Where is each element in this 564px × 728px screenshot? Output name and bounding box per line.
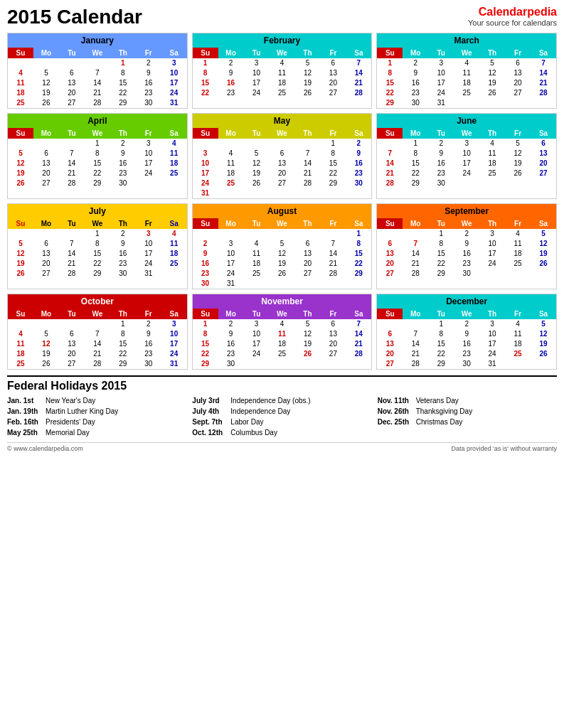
day-cell: 29 — [428, 269, 454, 279]
day-label-fr: Fr — [320, 48, 346, 58]
holiday-date: July 4th — [192, 406, 228, 417]
day-label-we: We — [270, 309, 295, 319]
day-cell: 25 — [161, 168, 187, 178]
day-label-fr: Fr — [505, 309, 531, 319]
day-cell: 8 — [428, 329, 454, 339]
empty-cell — [244, 229, 270, 239]
empty-cell — [294, 229, 320, 239]
day-cell: 5 — [33, 68, 59, 78]
holiday-row: July 3rdIndependence Day (obs.) — [192, 395, 371, 406]
day-cell: 1 — [85, 229, 110, 239]
day-cell: 23 — [218, 349, 244, 359]
day-cell: 3 — [244, 58, 270, 68]
day-label-su: Su — [193, 48, 218, 58]
day-label-sa: Sa — [531, 48, 556, 58]
day-cell: 8 — [346, 239, 371, 249]
holiday-row: Nov. 26thThanksgiving Day — [378, 406, 557, 417]
month-july: JulySuMoTuWeThFrSa1234567891011121314151… — [7, 203, 188, 289]
days-grid: 1234567891011121314151617181920212223242… — [8, 139, 187, 188]
holiday-row: Dec. 25thChristmas Day — [378, 417, 557, 427]
day-cell: 6 — [33, 239, 59, 249]
day-cell: 8 — [403, 149, 428, 159]
holiday-row: July 4thIndependence Day — [192, 406, 371, 417]
day-cell: 5 — [270, 239, 295, 249]
day-label-tu: Tu — [59, 309, 85, 319]
day-cell: 28 — [320, 269, 346, 279]
month-june: JuneSuMoTuWeThFrSa1234567891011121314151… — [376, 113, 557, 199]
day-cell: 19 — [505, 159, 531, 168]
day-cell: 25 — [505, 349, 531, 359]
day-label-sa: Sa — [161, 48, 187, 58]
day-cell: 21 — [59, 259, 85, 269]
day-cell: 15 — [110, 339, 136, 349]
day-cell: 14 — [294, 159, 320, 168]
day-cell: 29 — [110, 98, 136, 108]
day-cell: 10 — [136, 149, 161, 159]
day-cell: 14 — [346, 329, 371, 339]
day-cell: 24 — [479, 349, 505, 359]
day-label-su: Su — [377, 218, 403, 229]
day-label-mo: Mo — [403, 218, 428, 229]
day-cell: 12 — [531, 329, 556, 339]
empty-cell — [218, 139, 244, 149]
day-cell: 10 — [479, 329, 505, 339]
day-cell: 28 — [59, 178, 85, 188]
holiday-name: Independence Day (obs.) — [230, 395, 310, 406]
day-cell: 10 — [136, 239, 161, 249]
day-cell: 4 — [270, 58, 295, 68]
day-cell: 4 — [505, 319, 531, 329]
day-cell: 12 — [270, 249, 295, 259]
day-label-sa: Sa — [346, 48, 371, 58]
day-cell: 15 — [403, 159, 428, 168]
day-cell: 18 — [161, 159, 187, 168]
day-cell: 1 — [320, 139, 346, 149]
day-cell: 5 — [294, 58, 320, 68]
day-cell: 11 — [8, 339, 33, 349]
day-cell: 24 — [193, 178, 218, 188]
holiday-date: Dec. 25th — [378, 417, 413, 427]
month-august: AugustSuMoTuWeThFrSa12345678910111213141… — [192, 203, 373, 289]
day-label-sa: Sa — [346, 128, 371, 139]
day-cell: 22 — [193, 88, 218, 98]
day-cell: 29 — [403, 178, 428, 188]
day-label-we: We — [454, 218, 479, 229]
day-cell: 31 — [428, 98, 454, 108]
day-label-th: Th — [479, 218, 505, 229]
day-cell: 20 — [59, 88, 85, 98]
day-cell: 17 — [479, 249, 505, 259]
day-cell: 9 — [403, 68, 428, 78]
day-cell: 3 — [454, 139, 479, 149]
day-cell: 6 — [270, 149, 295, 159]
day-cell: 17 — [244, 78, 270, 88]
day-label-su: Su — [8, 128, 33, 139]
day-label-tu: Tu — [244, 309, 270, 319]
day-cell: 5 — [479, 58, 505, 68]
day-cell: 13 — [33, 159, 59, 168]
day-cell: 3 — [479, 229, 505, 239]
day-cell: 2 — [218, 319, 244, 329]
day-cell: 26 — [270, 269, 295, 279]
day-cell: 4 — [505, 229, 531, 239]
day-label-sa: Sa — [161, 128, 187, 139]
holiday-date: Feb. 16th — [7, 417, 43, 427]
day-cell: 27 — [320, 349, 346, 359]
month-january: JanuarySuMoTuWeThFrSa1234567891011121314… — [7, 33, 188, 109]
day-cell: 21 — [346, 339, 371, 349]
day-cell: 27 — [59, 359, 85, 369]
day-labels-row: SuMoTuWeThFrSa — [377, 218, 556, 229]
day-cell: 17 — [454, 159, 479, 168]
day-cell: 25 — [270, 349, 295, 359]
day-cell: 11 — [8, 78, 33, 88]
day-cell: 19 — [270, 259, 295, 269]
holiday-name: New Year's Day — [46, 395, 95, 406]
day-label-mo: Mo — [403, 309, 428, 319]
empty-cell — [403, 319, 428, 329]
holiday-name: Columbus Day — [230, 427, 277, 438]
day-cell: 7 — [85, 329, 110, 339]
day-cell: 7 — [346, 319, 371, 329]
empty-cell — [270, 139, 295, 149]
day-cell: 8 — [320, 149, 346, 159]
day-cell: 2 — [218, 58, 244, 68]
day-cell: 28 — [377, 178, 403, 188]
day-cell: 31 — [218, 279, 244, 289]
